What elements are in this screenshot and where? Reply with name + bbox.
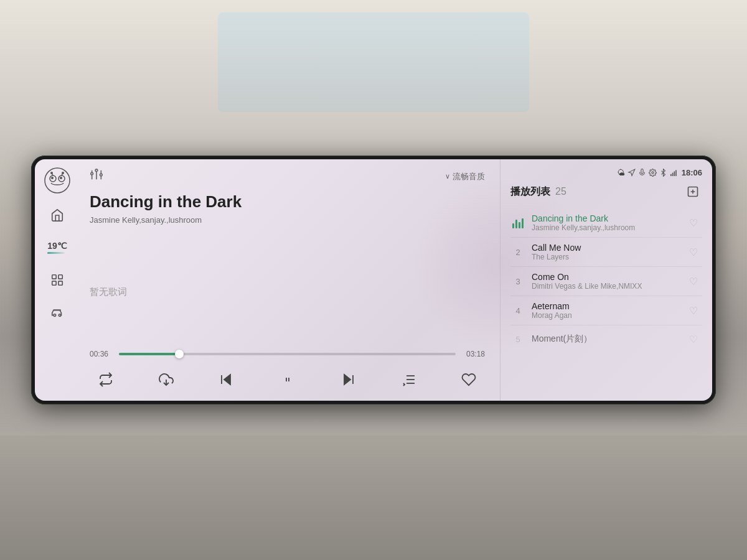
svg-point-3 xyxy=(51,177,54,179)
playlist-title: 播放列表 25 xyxy=(510,185,566,198)
queue-button[interactable] xyxy=(398,368,420,391)
quality-label[interactable]: 流畅音质 xyxy=(445,171,485,182)
heart-button[interactable] xyxy=(458,368,480,391)
download-button[interactable] xyxy=(155,368,177,391)
signal-icon xyxy=(670,169,678,177)
item-info: Come On Dimitri Vegas & Like Mike,NMIXX xyxy=(532,272,679,291)
list-item[interactable]: 3 Come On Dimitri Vegas & Like Mike,NMIX… xyxy=(510,267,702,296)
status-icons: 🌤 xyxy=(617,168,678,177)
svg-point-4 xyxy=(60,177,62,179)
item-number-active xyxy=(510,217,525,228)
svg-rect-10 xyxy=(59,275,62,279)
playlist-count: 25 xyxy=(555,186,566,197)
status-time: 18:06 xyxy=(682,168,702,177)
svg-point-7 xyxy=(50,172,53,174)
svg-rect-41 xyxy=(675,170,677,176)
item-title: Come On xyxy=(532,272,679,282)
status-bar: 🌤 xyxy=(510,168,702,177)
item-number: 5 xyxy=(510,335,525,344)
player-area: 流畅音质 Dancing in the Dark Jasmine Kelly,s… xyxy=(80,159,500,401)
sidebar-item-car[interactable] xyxy=(44,299,71,326)
item-number: 2 xyxy=(510,248,525,257)
list-item[interactable]: Dancing in the Dark Jasmine Kelly,sanjay… xyxy=(510,208,702,238)
lyrics-placeholder: 暂无歌词 xyxy=(90,235,485,350)
progress-thumb[interactable] xyxy=(175,350,184,358)
weather-icon: 🌤 xyxy=(617,168,625,177)
car-screen-bezel: 19℃ xyxy=(31,156,716,404)
settings-icon xyxy=(649,169,657,177)
svg-point-17 xyxy=(91,172,93,175)
list-item[interactable]: 5 Moment(片刻） ♡ xyxy=(510,325,702,353)
svg-point-23 xyxy=(100,174,103,176)
progress-track[interactable] xyxy=(119,353,456,355)
next-button[interactable] xyxy=(337,368,360,391)
item-info: Moment(片刻） xyxy=(532,334,679,345)
item-artist: The Layers xyxy=(532,253,679,261)
item-heart-button[interactable]: ♡ xyxy=(685,330,702,348)
item-info: Dancing in the Dark Jasmine Kelly,sanjay… xyxy=(532,213,679,232)
bluetooth-icon xyxy=(659,169,667,177)
sidebar: 19℃ xyxy=(35,159,80,401)
wave-bar-4 xyxy=(522,218,524,228)
song-artist: Jasmine Kelly,sanjay.,lushroom xyxy=(90,215,485,225)
item-artist: Morag Agan xyxy=(532,311,679,320)
item-title: Dancing in the Dark xyxy=(532,213,679,223)
svg-point-13 xyxy=(54,314,56,317)
wave-bar-3 xyxy=(519,222,520,228)
svg-rect-9 xyxy=(52,275,56,279)
svg-point-14 xyxy=(59,314,61,317)
item-info: Call Me Now The Layers xyxy=(532,243,679,261)
list-item[interactable]: 4 Aeternam Morag Agan ♡ xyxy=(510,296,702,325)
player-top-bar: 流畅音质 xyxy=(90,168,485,185)
item-number: 4 xyxy=(510,306,525,315)
item-info: Aeternam Morag Agan xyxy=(532,301,679,320)
svg-marker-36 xyxy=(628,169,634,175)
item-heart-button[interactable]: ♡ xyxy=(685,214,702,231)
wave-bar-1 xyxy=(512,223,514,228)
item-number: 3 xyxy=(510,277,525,286)
svg-rect-12 xyxy=(59,281,62,285)
item-artist: Dimitri Vegas & Like Mike,NMIXX xyxy=(532,282,679,291)
svg-rect-11 xyxy=(52,281,56,285)
svg-point-8 xyxy=(62,172,64,174)
item-heart-button[interactable]: ♡ xyxy=(685,243,702,261)
item-heart-button[interactable]: ♡ xyxy=(685,302,702,319)
progress-section: 00:36 03:18 xyxy=(90,350,485,358)
repeat-button[interactable] xyxy=(95,368,117,391)
playback-controls xyxy=(90,367,485,392)
car-screen: 19℃ xyxy=(35,159,712,401)
svg-point-37 xyxy=(652,172,654,174)
svg-marker-29 xyxy=(344,375,350,385)
song-title: Dancing in the Dark xyxy=(90,192,485,212)
item-heart-button[interactable]: ♡ xyxy=(685,273,702,290)
temperature-value: 19℃ xyxy=(47,241,67,251)
wave-bar-2 xyxy=(515,220,517,228)
playlist-items: Dancing in the Dark Jasmine Kelly,sanjay… xyxy=(510,208,702,392)
equalizer-icon[interactable] xyxy=(90,168,103,185)
sidebar-item-apps[interactable] xyxy=(44,266,71,294)
svg-marker-25 xyxy=(224,375,230,385)
item-artist: Jasmine Kelly,sanjay.,lushroom xyxy=(532,223,679,232)
prev-button[interactable] xyxy=(215,368,237,391)
item-title: Call Me Now xyxy=(532,243,679,253)
svg-rect-39 xyxy=(672,173,674,176)
total-time: 03:18 xyxy=(463,350,485,358)
navigation-icon xyxy=(627,169,636,177)
item-title: Moment(片刻） xyxy=(532,334,679,345)
app-logo xyxy=(44,167,71,194)
svg-point-20 xyxy=(95,169,98,172)
item-title: Aeternam xyxy=(532,301,679,311)
sidebar-temp-display: 19℃ xyxy=(44,234,71,261)
progress-fill xyxy=(119,353,179,355)
playlist-header: 播放列表 25 xyxy=(510,182,702,201)
play-pause-button[interactable] xyxy=(275,367,300,392)
mic-icon xyxy=(638,169,646,177)
sidebar-item-home[interactable] xyxy=(44,202,71,229)
list-item[interactable]: 2 Call Me Now The Layers ♡ xyxy=(510,238,702,267)
playlist-add-button[interactable] xyxy=(684,182,702,201)
svg-point-0 xyxy=(45,168,70,193)
svg-rect-40 xyxy=(674,171,675,176)
svg-rect-38 xyxy=(670,174,672,176)
current-time: 00:36 xyxy=(90,350,111,358)
playlist-area: 🌤 xyxy=(500,159,712,401)
